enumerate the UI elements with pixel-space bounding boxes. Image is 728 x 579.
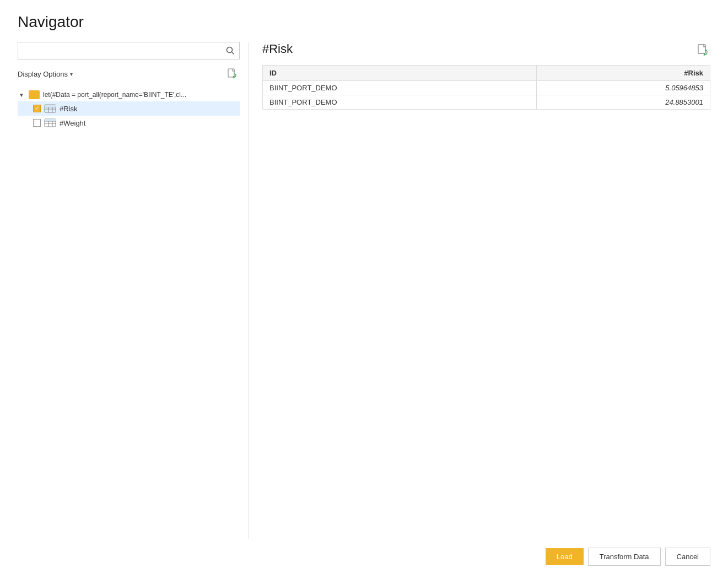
- svg-rect-12: [45, 105, 48, 107]
- tree-folder[interactable]: ▼ let(#Data = port_all(report_name='BIIN…: [18, 88, 240, 101]
- preview-title: #Risk: [262, 42, 710, 56]
- checkbox-risk[interactable]: [33, 105, 41, 112]
- table-header-row: ID #Risk: [263, 66, 710, 81]
- preview-table-head: ID #Risk: [263, 66, 710, 81]
- tree-item-risk-label: #Risk: [60, 105, 78, 113]
- tree-item-weight-label: #Weight: [60, 119, 85, 127]
- table-icon-weight: [44, 118, 56, 127]
- preview-nav-icon-button[interactable]: [695, 42, 710, 57]
- preview-table-body: BIINT_PORT_DEMO 5.05964853 BIINT_PORT_DE…: [263, 81, 710, 110]
- folder-icon: [29, 90, 40, 99]
- navigator-dialog: Navigator Display Options ▾: [0, 0, 728, 579]
- svg-line-5: [232, 52, 234, 55]
- left-panel: Display Options ▾ ▼: [18, 42, 249, 539]
- display-options-button[interactable]: Display Options ▾: [18, 70, 73, 78]
- dialog-title: Navigator: [18, 13, 710, 31]
- row1-value: 5.05964853: [536, 81, 710, 95]
- load-button[interactable]: Load: [546, 548, 584, 565]
- search-button[interactable]: [222, 42, 239, 59]
- display-options-bar: Display Options ▾: [18, 66, 240, 82]
- display-options-arrow-icon: ▾: [70, 71, 73, 77]
- checkbox-weight[interactable]: [33, 119, 41, 127]
- svg-rect-23: [698, 45, 705, 53]
- search-input[interactable]: [18, 45, 222, 57]
- tree: ▼ let(#Data = port_all(report_name='BIIN…: [18, 88, 240, 539]
- svg-point-4: [227, 47, 233, 53]
- dialog-body: Display Options ▾ ▼: [18, 42, 710, 539]
- tree-item-weight[interactable]: #Weight: [18, 116, 240, 130]
- cancel-button[interactable]: Cancel: [665, 548, 710, 566]
- table-row: BIINT_PORT_DEMO 24.8853001: [263, 95, 710, 110]
- row1-id: BIINT_PORT_DEMO: [263, 81, 537, 95]
- svg-rect-22: [52, 119, 56, 121]
- tree-item-risk[interactable]: #Risk: [18, 101, 240, 116]
- svg-rect-21: [48, 119, 52, 121]
- transform-data-button[interactable]: Transform Data: [588, 548, 661, 566]
- dialog-footer: Load Transform Data Cancel: [18, 539, 710, 566]
- svg-rect-13: [48, 105, 52, 107]
- display-options-label: Display Options: [18, 70, 68, 78]
- preview-table: ID #Risk BIINT_PORT_DEMO 5.05964853 BIIN…: [262, 65, 710, 110]
- row2-value: 24.8853001: [536, 95, 710, 110]
- svg-rect-14: [52, 105, 56, 107]
- tree-folder-arrow-icon: ▼: [19, 92, 25, 98]
- table-row: BIINT_PORT_DEMO 5.05964853: [263, 81, 710, 95]
- tree-folder-label: let(#Data = port_all(report_name='BIINT_…: [43, 91, 239, 99]
- col-header-risk: #Risk: [536, 66, 710, 81]
- table-icon-risk: [44, 104, 56, 113]
- nav-document-button[interactable]: [224, 66, 240, 82]
- row2-id: BIINT_PORT_DEMO: [263, 95, 537, 110]
- search-bar: [18, 42, 240, 59]
- svg-rect-20: [45, 119, 48, 121]
- right-panel: #Risk ID #Risk BIIN: [249, 42, 710, 539]
- col-header-id: ID: [263, 66, 537, 81]
